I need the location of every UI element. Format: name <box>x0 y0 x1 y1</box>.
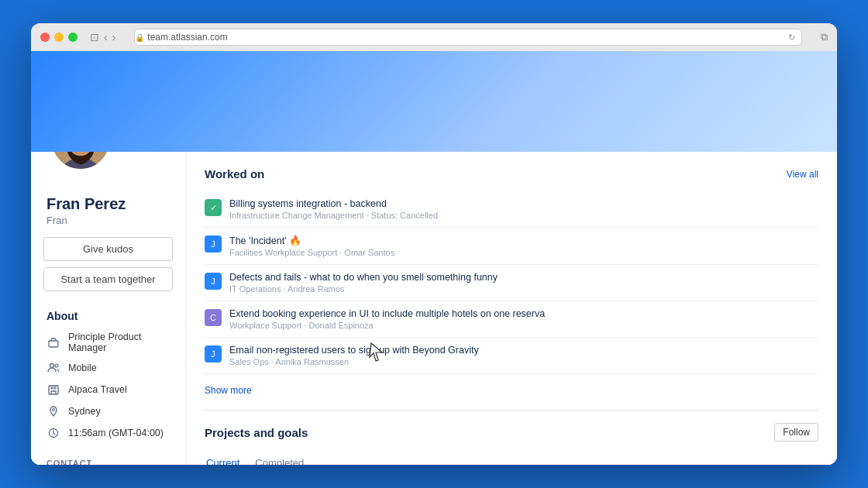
briefcase-icon <box>46 335 60 349</box>
work-item-title-4[interactable]: Email non-registered users to sign up wi… <box>229 345 818 356</box>
svg-rect-14 <box>54 387 56 389</box>
work-item-title-0[interactable]: Billing systems integration - backend <box>229 198 818 209</box>
mac-window: ⊡ ‹ › 🔒 team.atlassian.com ↻ ⧉ <box>31 23 837 465</box>
worked-on-title: Worked on <box>205 167 264 180</box>
table-row: J Defects and fails - what to do when yo… <box>205 265 818 301</box>
table-row: C Extend booking experience in UI to inc… <box>205 301 818 338</box>
work-item-meta-4: Sales Ops · Annika Rasmussen <box>229 357 818 366</box>
sidebar: Fran Perez Fran Give kudos Start a team … <box>31 152 186 465</box>
back-button[interactable]: ‹ <box>104 31 108 43</box>
give-kudos-button[interactable]: Give kudos <box>43 237 173 261</box>
tab-bar: Current Completed <box>205 452 818 465</box>
nav-controls: ⊡ ‹ › <box>90 31 115 43</box>
work-item-icon-1: J <box>205 235 222 253</box>
page-content: Fran Perez Fran Give kudos Start a team … <box>31 51 837 465</box>
svg-point-11 <box>55 364 58 367</box>
contact-title: CONTACT <box>46 459 170 465</box>
work-item-text-0: Billing systems integration - backend In… <box>229 198 818 220</box>
avatar <box>50 152 112 171</box>
table-row: J Email non-registered users to sign up … <box>205 338 818 374</box>
lock-icon: 🔒 <box>135 33 144 42</box>
svg-point-15 <box>53 409 55 411</box>
team-item: Mobile <box>46 361 170 375</box>
svg-rect-9 <box>49 341 58 347</box>
start-team-button[interactable]: Start a team together <box>43 267 173 291</box>
work-item-text-1: The 'Incident' 🔥 Facilities Workplace Su… <box>229 235 818 257</box>
company-item: Alpaca Travel <box>46 383 170 397</box>
traffic-lights <box>40 33 78 42</box>
url-text: team.atlassian.com <box>147 32 227 43</box>
team-text: Mobile <box>68 363 97 373</box>
work-items-list: ✓ Billing systems integration - backend … <box>205 191 818 374</box>
table-row: ✓ Billing systems integration - backend … <box>205 191 818 228</box>
tab-completed[interactable]: Completed <box>253 452 305 465</box>
people-icon <box>46 361 60 375</box>
forward-button[interactable]: › <box>112 31 116 43</box>
company-text: Alpaca Travel <box>68 384 127 395</box>
work-item-title-1[interactable]: The 'Incident' 🔥 <box>229 235 818 246</box>
work-item-title-3[interactable]: Extend booking experience in UI to inclu… <box>229 308 818 319</box>
work-item-icon-2: J <box>205 273 222 290</box>
job-title-text: Principle Product Manager <box>68 332 170 353</box>
projects-header: Projects and goals Follow <box>205 423 818 442</box>
table-row: J The 'Incident' 🔥 Facilities Workplace … <box>205 228 818 265</box>
maximize-button[interactable] <box>68 33 78 42</box>
job-title-item: Principle Product Manager <box>46 332 170 353</box>
location-icon <box>46 404 60 418</box>
profile-banner <box>31 51 837 152</box>
svg-point-10 <box>50 364 54 368</box>
show-more-link[interactable]: Show more <box>205 380 818 407</box>
section-divider <box>205 410 818 411</box>
work-item-meta-3: Workplace Support · Donald Espinoza <box>229 321 818 330</box>
about-title: About <box>46 310 170 322</box>
work-item-title-2[interactable]: Defects and fails - what to do when you … <box>229 272 818 283</box>
work-item-icon-3: C <box>205 309 222 326</box>
profile-username: Fran <box>31 215 185 237</box>
tab-current[interactable]: Current <box>205 452 241 465</box>
work-item-meta-0: Infrastructure Change Management · Statu… <box>229 211 818 220</box>
location-text: Sydney <box>68 406 101 417</box>
clock-icon <box>46 426 60 440</box>
page-body: Fran Perez Fran Give kudos Start a team … <box>31 152 837 465</box>
svg-rect-12 <box>49 386 58 394</box>
main-content: Worked on View all ✓ Billing systems int… <box>186 152 837 465</box>
work-item-text-2: Defects and fails - what to do when you … <box>229 272 818 294</box>
work-item-meta-1: Facilities Workplace Support · Omar Sant… <box>229 248 818 257</box>
pip-button[interactable]: ⧉ <box>821 31 828 43</box>
profile-name: Fran Perez <box>31 186 185 215</box>
reload-icon[interactable]: ↻ <box>788 33 795 43</box>
location-item: Sydney <box>46 404 170 418</box>
time-item: 11:56am (GMT-04:00) <box>46 426 170 440</box>
worked-on-header: Worked on View all <box>205 167 818 180</box>
work-item-meta-2: IT Operations · Andrea Ramos <box>229 284 818 294</box>
minimize-button[interactable] <box>54 33 64 42</box>
close-button[interactable] <box>40 33 50 42</box>
time-text: 11:56am (GMT-04:00) <box>68 428 164 438</box>
view-all-link[interactable]: View all <box>787 169 818 180</box>
follow-button[interactable]: Follow <box>774 423 818 442</box>
projects-title: Projects and goals <box>205 426 308 439</box>
avatar-container <box>50 152 112 171</box>
svg-rect-13 <box>51 387 53 389</box>
sidebar-buttons: Give kudos Start a team together <box>31 237 185 291</box>
work-item-text-3: Extend booking experience in UI to inclu… <box>229 308 818 330</box>
contact-section: CONTACT jysong@atassian.com <box>31 451 185 465</box>
titlebar: ⊡ ‹ › 🔒 team.atlassian.com ↻ ⧉ <box>31 23 837 51</box>
work-item-text-4: Email non-registered users to sign up wi… <box>229 345 818 366</box>
about-section: About Principle Product Manager <box>31 304 185 451</box>
sidebar-icon[interactable]: ⊡ <box>90 31 99 43</box>
work-item-icon-4: J <box>205 345 222 363</box>
sidebar-top-spacer <box>31 152 185 186</box>
address-bar[interactable]: 🔒 team.atlassian.com ↻ <box>134 29 802 46</box>
building-icon <box>46 383 60 397</box>
work-item-icon-0: ✓ <box>205 199 222 216</box>
